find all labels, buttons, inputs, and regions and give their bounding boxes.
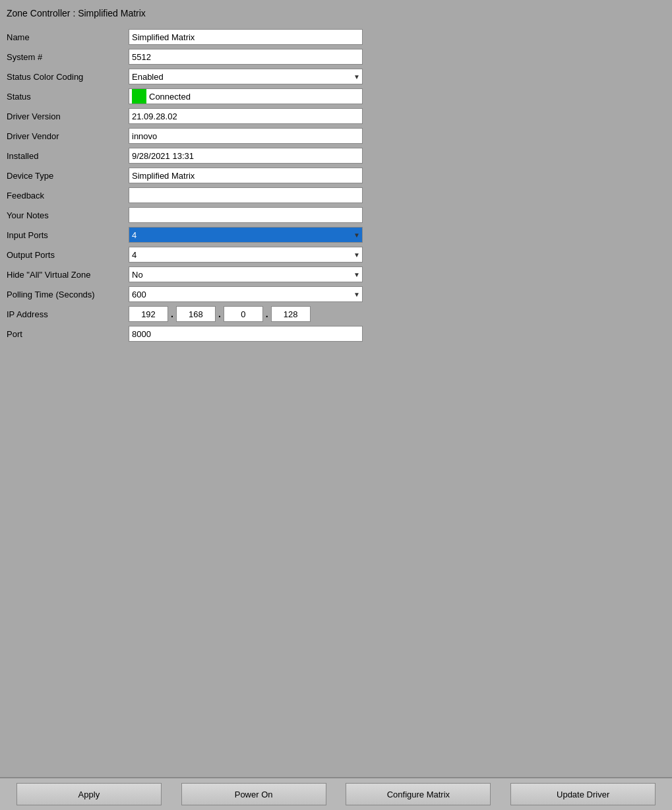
ip-octet-4[interactable]: [271, 306, 311, 322]
device-type-input[interactable]: [129, 168, 363, 183]
port-input[interactable]: [129, 326, 363, 342]
hide-all-select[interactable]: No Yes: [129, 266, 363, 282]
status-label: Status: [7, 92, 129, 102]
driver-vendor-input[interactable]: [129, 128, 363, 144]
content-spacer: [7, 344, 665, 770]
feedback-label: Feedback: [7, 191, 129, 201]
name-row: Name: [7, 28, 665, 46]
main-panel: Zone Controller : Simplified Matrix Name…: [0, 0, 672, 777]
installed-label: Installed: [7, 151, 129, 161]
port-label: Port: [7, 329, 129, 339]
feedback-row: Feedback: [7, 186, 665, 204]
status-color-select-wrapper: Enabled Disabled: [129, 69, 363, 84]
polling-select[interactable]: 60 120 300 600 900 1800: [129, 286, 363, 302]
status-color-select[interactable]: Enabled Disabled: [129, 69, 363, 84]
power-on-button[interactable]: Power On: [181, 783, 326, 805]
hide-all-row: Hide "All" Virtual Zone No Yes: [7, 265, 665, 284]
polling-row: Polling Time (Seconds) 60 120 300 600 90…: [7, 285, 665, 303]
device-type-row: Device Type: [7, 166, 665, 185]
your-notes-input[interactable]: [129, 207, 363, 223]
status-display: Connected: [129, 88, 363, 104]
status-green-indicator: [132, 89, 146, 104]
output-ports-select[interactable]: 1 2 3 4 5 6 7 8: [129, 247, 363, 263]
your-notes-label: Your Notes: [7, 210, 129, 220]
feedback-input[interactable]: [129, 187, 363, 203]
output-ports-label: Output Ports: [7, 250, 129, 260]
input-ports-select[interactable]: 4 1 2 3 5 6 7 8: [129, 227, 363, 243]
update-driver-button[interactable]: Update Driver: [510, 783, 656, 805]
installed-row: Installed: [7, 146, 665, 165]
name-label: Name: [7, 32, 129, 42]
driver-version-label: Driver Version: [7, 111, 129, 121]
page-title: Zone Controller : Simplified Matrix: [7, 5, 665, 21]
driver-vendor-label: Driver Vendor: [7, 131, 129, 141]
hide-all-select-wrapper: No Yes: [129, 266, 363, 282]
driver-vendor-row: Driver Vendor: [7, 127, 665, 145]
installed-input[interactable]: [129, 148, 363, 164]
status-color-label: Status Color Coding: [7, 72, 129, 82]
port-row: Port: [7, 325, 665, 343]
system-input[interactable]: [129, 49, 363, 65]
ip-address-row: IP Address . . .: [7, 305, 665, 323]
ip-octet-1[interactable]: [129, 306, 168, 322]
ip-address-label: IP Address: [7, 309, 129, 319]
polling-select-wrapper: 60 120 300 600 900 1800: [129, 286, 363, 302]
system-row: System #: [7, 47, 665, 66]
apply-button[interactable]: Apply: [16, 783, 162, 805]
polling-label: Polling Time (Seconds): [7, 290, 129, 299]
bottom-bar: Apply Power On Configure Matrix Update D…: [0, 777, 672, 810]
status-row: Status Connected: [7, 87, 665, 106]
input-ports-row: Input Ports 4 1 2 3 5 6 7 8: [7, 226, 665, 244]
input-ports-select-wrapper: 4 1 2 3 5 6 7 8: [129, 227, 363, 243]
status-color-row: Status Color Coding Enabled Disabled: [7, 67, 665, 86]
system-label: System #: [7, 52, 129, 62]
name-input[interactable]: [129, 29, 363, 45]
status-text: Connected: [149, 92, 191, 102]
driver-version-input[interactable]: [129, 108, 363, 124]
ip-address-field: . . .: [129, 306, 311, 322]
ip-dot-3: .: [264, 309, 270, 319]
ip-dot-1: .: [169, 309, 175, 319]
ip-octet-2[interactable]: [176, 306, 216, 322]
form-area: Name System # Status Color Coding Enable…: [7, 28, 665, 344]
device-type-label: Device Type: [7, 171, 129, 181]
configure-matrix-button[interactable]: Configure Matrix: [346, 783, 491, 805]
driver-version-row: Driver Version: [7, 107, 665, 125]
ip-dot-2: .: [217, 309, 222, 319]
input-ports-label: Input Ports: [7, 230, 129, 240]
output-ports-select-wrapper: 1 2 3 4 5 6 7 8: [129, 247, 363, 263]
ip-octet-3[interactable]: [224, 306, 263, 322]
your-notes-row: Your Notes: [7, 206, 665, 224]
hide-all-label: Hide "All" Virtual Zone: [7, 270, 129, 280]
output-ports-row: Output Ports 1 2 3 4 5 6 7 8: [7, 245, 665, 264]
